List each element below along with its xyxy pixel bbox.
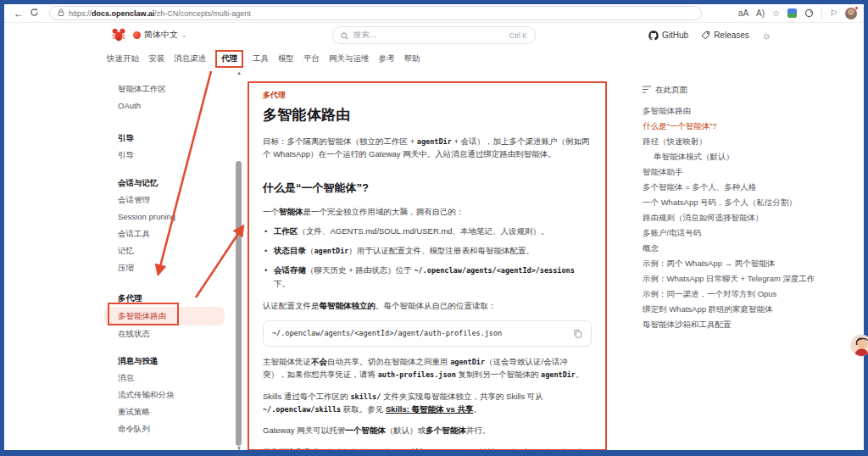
tab-channels[interactable]: 消息渠道 [174,51,206,67]
section-heading-what-is-an-agent: 什么是“一个智能体”? [263,180,592,197]
toc-item-multiple-agents-personas[interactable]: 多个智能体 = 多个人、多种人格 [643,181,839,192]
tab-platforms[interactable]: 平台 [303,51,320,67]
address-bar[interactable]: https://docs.openclaw.ai/zh-CN/concepts/… [49,6,702,20]
search-shortcut: Ctrl K [509,31,527,40]
favorite-star-icon[interactable]: ☆ [772,9,780,18]
sidebar-item-agent-workspace[interactable]: 智能体工作区 [104,81,225,97]
floating-assistant-avatar[interactable] [851,335,868,356]
flag-icon[interactable]: ⚐ [830,9,837,18]
window-frame-top [0,0,868,4]
lock-icon [58,8,64,18]
sidebar-item-retry-policy[interactable]: 重试策略 [104,403,225,420]
toc-item-example-two-whatsapp[interactable]: 示例：两个 WhatsApp → 两个智能体 [643,258,839,269]
code-block: ~/.openclaw/agents/<agentId>/agent/auth-… [263,320,592,347]
tab-tools[interactable]: 工具 [253,51,269,67]
scroll-up-icon[interactable]: ▲ [234,70,244,75]
browser-action-icons: aA A) ☆ ⚐ [738,8,857,19]
sidebar-header-sessions-memory: 会话与记忆 [104,175,225,192]
search-placeholder: 搜索... [353,30,376,41]
code-text: ~/.openclaw/agents/<agentId>/agent/auth-… [272,328,502,339]
table-of-contents: 在此页面 多智能体路由 什么是“一个智能体”? 路径（快速映射） 单智能体模式（… [643,85,839,334]
inline-code: agentDir [541,370,576,379]
openclaw-logo-icon[interactable] [111,27,126,46]
github-icon [648,31,659,41]
read-aloud-icon[interactable]: A) [756,9,765,18]
sidebar-nav: 智能体工作区 OAuth 引导 引导 会话与记忆 会话管理 Session pr… [104,81,225,437]
toc-item-example-whatsapp-telegram[interactable]: 示例：WhatsApp 日常聊天 + Telegram 深度工作 [643,273,839,284]
credential-sharing-paragraph: 主智能体凭证不会自动共享。切勿在智能体之间重用 agentDir（这会导致认证/… [263,356,592,381]
toc-header: 在此页面 [643,85,839,96]
theme-toggle-icon[interactable]: ☼ [762,30,771,42]
tab-gateway-ops[interactable]: 网关与运维 [329,51,370,67]
profile-avatar[interactable] [845,8,857,19]
window-frame-left [0,0,4,456]
tab-reference[interactable]: 参考 [379,51,395,67]
skills-doc-link[interactable]: Skills: 每智能体 vs 共享 [386,404,473,414]
sidebar-item-session-tools[interactable]: 会话工具 [104,225,225,242]
sidebar-item-session-management[interactable]: 会话管理 [104,192,225,209]
tab-quickstart[interactable]: 快速开始 [107,51,139,67]
toc-item-multi-account-phone[interactable]: 多账户/电话号码 [643,227,839,238]
what-intro-paragraph: 一个智能体是一个完全独立作用域的大脑，拥有自己的： [263,206,592,219]
toc-item-what-is-an-agent[interactable]: 什么是“一个智能体”? [643,120,839,131]
inline-code: agentDir [314,247,349,255]
annotation-box-content: 多代理 多智能体路由 目标：多个隔离的智能体（独立的工作区 + agentDir… [248,81,607,451]
toc-item-paths-quick-map[interactable]: 路径（快速映射） [643,136,839,147]
toc-item-one-whatsapp-many-people[interactable]: 一个 WhatsApp 号码，多个人（私信分割） [643,197,839,208]
sidebar-item-oauth[interactable]: OAuth [104,97,225,114]
tag-icon [701,31,710,40]
breadcrumb-eyebrow: 多代理 [263,90,592,102]
inline-code: agentDir [450,358,485,366]
toc-item-multi-agent-routing[interactable]: 多智能体路由 [643,105,839,116]
browser-essentials-icon[interactable] [804,8,814,18]
toc-item-example-same-channel-opus[interactable]: 示例：同一渠道，一个对等方到 Opus [643,288,839,299]
site-header: 简体中文 ⌄ 搜索... Ctrl K GitHub Releases ☼ [4,23,864,47]
copy-icon[interactable] [573,329,582,338]
inline-code: skills/ [350,392,381,401]
sidebar-item-multi-agent-routing[interactable]: 多智能体路由 [104,307,225,325]
extension-icon[interactable] [787,8,797,18]
refresh-icon[interactable] [26,8,42,19]
browser-toolbar: ← https://docs.openclaw.ai/zh-CN/concept… [4,4,864,23]
sidebar-item-presence[interactable]: 在线状态 [104,325,225,342]
search-icon [341,28,348,43]
sidebar-item-streaming-chunking[interactable]: 流式传输和分块 [104,386,225,403]
page-title: 多智能体路由 [263,104,592,126]
github-link[interactable]: GitHub [648,31,688,41]
back-icon[interactable]: ← [11,8,26,19]
skills-paragraph: Skills 通过每个工作区的 skills/ 文件夹实现每智能体独立，共享的 … [263,391,592,415]
toc-item-family-agent-whatsapp-group[interactable]: 绑定到 WhatsApp 群组的家庭智能体 [643,303,839,314]
releases-link[interactable]: Releases [701,31,749,40]
translate-icon[interactable]: aA [738,9,748,18]
toc-item-agent-assistant[interactable]: 智能体助手 [643,166,839,177]
toc-item-routing-rules[interactable]: 路由规则（消息如何选择智能体） [643,212,839,223]
inline-code: auth-profiles.json [378,370,456,379]
tab-models[interactable]: 模型 [278,51,294,67]
tab-install[interactable]: 安装 [148,51,164,67]
search-input[interactable]: 搜索... Ctrl K [332,26,536,44]
window-frame-bottom [0,450,868,456]
inline-code: ~/.openclaw/skills [263,405,341,414]
sidebar-item-compaction[interactable]: 压缩 [104,259,225,276]
toolbar-divider [821,8,822,19]
list-item: 工作区（文件、AGENTS.md/SOUL.md/USER.md、本地笔记、人设… [263,225,592,238]
gateway-paragraph: Gateway 网关可以托管一个智能体（默认）或多个智能体并行。 [263,425,592,437]
sidebar-item-session-pruning[interactable]: Session pruning [104,209,225,225]
toc-list-icon [643,86,651,95]
sidebar-item-messages[interactable]: 消息 [104,370,225,386]
sidebar-scrollbar-thumb[interactable] [236,161,242,446]
agent-properties-list: 工作区（文件、AGENTS.md/SOUL.md/USER.md、本地笔记、人设… [263,225,592,291]
sidebar-item-onboarding[interactable]: 引导 [104,147,225,164]
tab-help[interactable]: 帮助 [404,51,420,67]
sidebar-item-command-queue[interactable]: 命令队列 [104,420,225,437]
list-item: 会话存储（聊天历史 + 路由状态）位于 ~/.openclaw/agents/<… [263,264,592,291]
toc-item-single-agent-mode[interactable]: 单智能体模式（默认） [643,151,839,162]
intro-paragraph: 目标：多个隔离的智能体（独立的工作区 + agentDir + 会话），加上多个… [263,136,592,160]
toc-item-concepts[interactable]: 概念 [643,242,839,253]
tab-agents[interactable]: 代理 [215,50,243,68]
language-selector[interactable]: 简体中文 ⌄ [133,29,187,41]
inline-code: agentDir [417,137,452,146]
sidebar-item-memory[interactable]: 记忆 [104,242,225,259]
toc-item-per-agent-sandbox-tools[interactable]: 每智能体沙箱和工具配置 [643,319,839,330]
auth-paragraph: 认证配置文件是每智能体独立的。每个智能体从自己的位置读取： [263,300,592,313]
